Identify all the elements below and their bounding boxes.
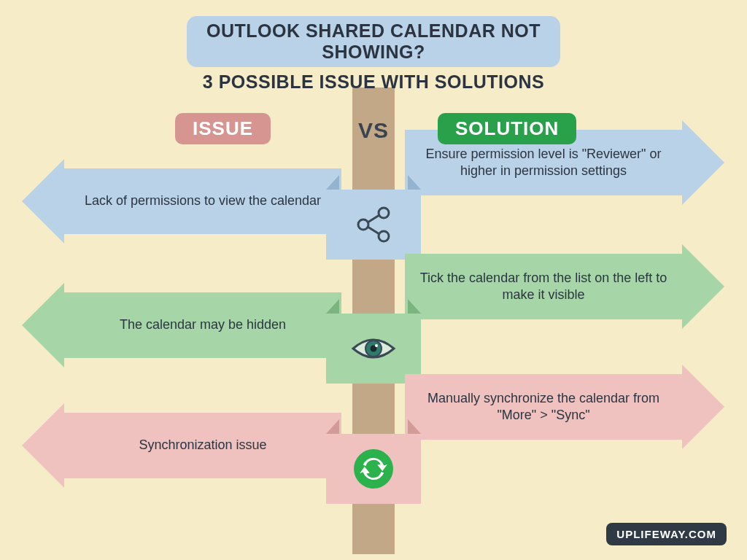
issue-text: Lack of permissions to view the calendar [85, 192, 321, 209]
issue-arrow: The calendar may be hidden [64, 292, 341, 358]
svg-point-1 [358, 219, 368, 230]
solution-arrow: Manually synchronize the calendar from "… [405, 374, 682, 440]
sync-icon [352, 448, 395, 490]
svg-line-3 [368, 215, 379, 222]
solution-text: Manually synchronize the calendar from "… [419, 390, 667, 424]
solution-text: Ensure permission level is "Reviewer" or… [419, 146, 667, 180]
svg-point-8 [354, 449, 393, 489]
solution-column-label: SOLUTION [438, 113, 576, 144]
svg-line-4 [368, 227, 379, 234]
eye-icon [350, 334, 397, 363]
header: OUTLOOK SHARED CALENDAR NOT SHOWING? 3 P… [187, 16, 560, 93]
issue-arrow: Synchronization issue [64, 413, 341, 478]
share-icon [352, 203, 395, 246]
watermark: UPLIFEWAY.COM [606, 523, 727, 545]
row-icon-box [326, 190, 421, 260]
issue-arrow: Lack of permissions to view the calendar [64, 168, 341, 234]
comparison-row: Manually synchronize the calendar from "… [0, 408, 747, 496]
svg-point-0 [379, 208, 389, 218]
issue-column-label: ISSUE [175, 113, 271, 144]
comparison-row: Tick the calendar from the list on the l… [0, 288, 747, 376]
comparison-row: Ensure permission level is "Reviewer" or… [0, 164, 747, 252]
svg-point-7 [375, 344, 378, 347]
solution-arrow: Tick the calendar from the list on the l… [405, 254, 682, 319]
vs-label: VS [358, 118, 389, 143]
solution-text: Tick the calendar from the list on the l… [419, 270, 667, 304]
row-icon-box [326, 434, 421, 504]
issue-text: Synchronization issue [139, 437, 266, 454]
page-title: OUTLOOK SHARED CALENDAR NOT SHOWING? [187, 16, 560, 67]
page-subtitle: 3 POSSIBLE ISSUE WITH SOLUTIONS [187, 71, 560, 93]
svg-point-2 [379, 231, 389, 241]
row-icon-box [326, 314, 421, 384]
issue-text: The calendar may be hidden [120, 316, 286, 333]
